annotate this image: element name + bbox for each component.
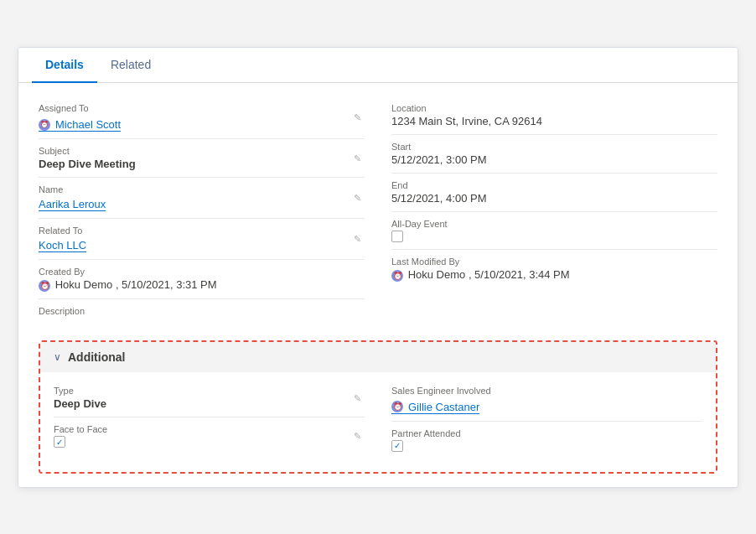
type-edit-icon[interactable]: ✎ [354, 392, 361, 403]
tab-related[interactable]: Related [97, 48, 164, 83]
last-modified-label: Last Modified By [391, 257, 717, 267]
location-label: Location [391, 103, 717, 113]
description-label: Description [39, 306, 365, 316]
additional-right: Sales Engineer Involved ⏰ Gillie Castane… [391, 379, 702, 459]
end-value: 5/12/2021, 4:00 PM [391, 192, 717, 205]
type-label: Type [54, 386, 365, 396]
left-column: Assigned To ⏰ Michael Scott ✎ Subject De… [39, 96, 365, 334]
sales-engineer-value[interactable]: ⏰ Gillie Castaner [391, 401, 479, 414]
face-to-face-field: Face to Face ✎ [54, 417, 365, 454]
name-label: Name [39, 184, 365, 194]
details-content: Assigned To ⏰ Michael Scott ✎ Subject De… [18, 83, 738, 487]
sales-engineer-avatar-icon: ⏰ [391, 401, 403, 412]
fields-grid: Assigned To ⏰ Michael Scott ✎ Subject De… [39, 96, 717, 334]
start-value: 5/12/2021, 3:00 PM [391, 153, 717, 166]
sales-engineer-label: Sales Engineer Involved [391, 386, 702, 396]
created-by-avatar-icon: ⏰ [39, 280, 50, 292]
name-edit-icon[interactable]: ✎ [354, 193, 361, 204]
all-day-label: All-Day Event [391, 219, 717, 229]
assigned-to-avatar-icon: ⏰ [39, 119, 50, 131]
created-by-field: Created By ⏰ Hoku Demo , 5/10/2021, 3:31… [39, 260, 365, 299]
created-by-date: , 5/10/2021, 3:31 PM [116, 278, 217, 291]
location-value: 1234 Main St, Irvine, CA 92614 [391, 115, 717, 127]
all-day-event-field: All-Day Event [391, 212, 717, 250]
type-value: Deep Dive [54, 397, 365, 410]
tab-details[interactable]: Details [32, 48, 97, 83]
additional-section: ∨ Additional Type Deep Dive ✎ [39, 340, 717, 474]
end-label: End [391, 180, 717, 190]
partner-attended-label: Partner Attended [391, 428, 702, 438]
start-field: Start 5/12/2021, 3:00 PM [391, 135, 717, 174]
related-to-value[interactable]: Koch LLC [39, 239, 86, 252]
subject-field: Subject Deep Dive Meeting ✎ [39, 139, 365, 178]
subject-edit-icon[interactable]: ✎ [354, 153, 361, 163]
face-to-face-checkbox-wrapper [54, 436, 365, 448]
location-field: Location 1234 Main St, Irvine, CA 92614 [391, 96, 717, 135]
partner-attended-checkbox[interactable] [391, 440, 403, 452]
last-modified-field: Last Modified By ⏰ Hoku Demo , 5/10/2021… [391, 250, 717, 288]
related-to-field: Related To Koch LLC ✎ [39, 219, 365, 260]
created-by-name[interactable]: Hoku Demo [55, 278, 113, 291]
additional-left: Type Deep Dive ✎ Face to Face ✎ [54, 379, 365, 459]
additional-chevron-icon: ∨ [54, 351, 61, 363]
main-card: Details Related Assigned To ⏰ Michael Sc… [18, 47, 738, 488]
last-modified-name[interactable]: Hoku Demo [408, 268, 466, 281]
face-to-face-label: Face to Face [54, 424, 365, 434]
face-to-face-checkbox[interactable] [54, 436, 65, 448]
additional-fields-grid: Type Deep Dive ✎ Face to Face ✎ [54, 379, 702, 459]
all-day-checkbox[interactable] [391, 231, 403, 242]
partner-attended-field: Partner Attended [391, 422, 702, 459]
description-value [39, 318, 365, 330]
subject-value: Deep Dive Meeting [39, 158, 365, 170]
created-by-value: ⏰ Hoku Demo , 5/10/2021, 3:31 PM [39, 278, 365, 292]
related-to-edit-icon[interactable]: ✎ [354, 234, 361, 245]
all-day-checkbox-wrapper [391, 231, 717, 242]
last-modified-date: , 5/10/2021, 3:44 PM [469, 268, 570, 281]
sales-engineer-field: Sales Engineer Involved ⏰ Gillie Castane… [391, 379, 702, 422]
start-label: Start [391, 142, 717, 152]
additional-title: Additional [68, 350, 125, 364]
additional-content: Type Deep Dive ✎ Face to Face ✎ [40, 372, 716, 472]
name-field: Name Aarika Leroux ✎ [39, 178, 365, 219]
assigned-to-value[interactable]: ⏰ Michael Scott [39, 118, 121, 132]
description-field: Description [39, 299, 365, 334]
subject-label: Subject [39, 146, 365, 156]
face-to-face-edit-icon[interactable]: ✎ [354, 431, 361, 442]
end-field: End 5/12/2021, 4:00 PM [391, 174, 717, 212]
assigned-to-edit-icon[interactable]: ✎ [354, 111, 361, 122]
last-modified-value: ⏰ Hoku Demo , 5/10/2021, 3:44 PM [391, 268, 717, 282]
partner-attended-checkbox-wrapper [391, 440, 702, 452]
created-by-label: Created By [39, 267, 365, 277]
assigned-to-label: Assigned To [39, 103, 365, 113]
additional-header[interactable]: ∨ Additional [40, 342, 716, 372]
type-field: Type Deep Dive ✎ [54, 379, 365, 417]
tab-bar: Details Related [18, 48, 738, 83]
assigned-to-field: Assigned To ⏰ Michael Scott ✎ [39, 96, 365, 140]
related-to-label: Related To [39, 226, 365, 236]
right-column: Location 1234 Main St, Irvine, CA 92614 … [391, 96, 717, 334]
name-value[interactable]: Aarika Leroux [39, 198, 106, 211]
last-modified-avatar-icon: ⏰ [391, 270, 403, 282]
